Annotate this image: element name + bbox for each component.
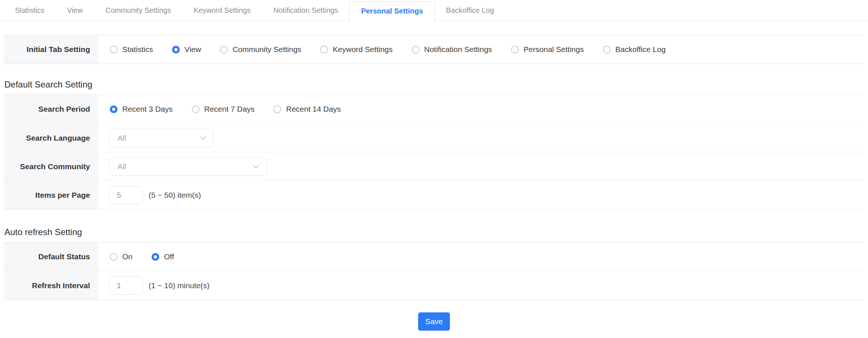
radio-icon[interactable] — [603, 46, 611, 53]
radio-option-recent-7-days[interactable]: Recent 7 Days — [192, 105, 255, 114]
save-button-container: Save — [0, 312, 868, 331]
radio-option-recent-3-days[interactable]: Recent 3 Days — [110, 105, 173, 114]
search-period-row: Search Period Recent 3 Days Recent 7 Day… — [4, 95, 864, 123]
radio-option-keyword-settings[interactable]: Keyword Settings — [320, 45, 392, 54]
items-per-page-row: Items per Page (5 ~ 50) item(s) — [4, 181, 864, 209]
radio-icon-checked[interactable] — [110, 105, 118, 113]
default-status-radio-group: On Off — [110, 252, 174, 261]
radio-option-label: View — [185, 45, 201, 54]
initial-tab-setting-row: Initial Tab Setting Statistics View Comm… — [4, 35, 864, 64]
initial-tab-setting-section: Initial Tab Setting Statistics View Comm… — [4, 35, 864, 64]
radio-icon[interactable] — [412, 46, 420, 53]
tab-view[interactable]: View — [56, 0, 94, 21]
default-search-setting-table: Search Period Recent 3 Days Recent 7 Day… — [4, 94, 864, 209]
tab-personal-settings[interactable]: Personal Settings — [349, 1, 435, 21]
radio-icon-checked[interactable] — [172, 46, 180, 53]
tabbar: Statistics View Community Settings Keywo… — [0, 0, 868, 21]
refresh-interval-input[interactable] — [110, 276, 143, 295]
radio-option-label: Backoffice Log — [615, 45, 666, 54]
radio-option-community-settings[interactable]: Community Settings — [220, 45, 301, 54]
radio-option-label: Recent 7 Days — [204, 105, 255, 114]
radio-option-label: Notification Settings — [424, 45, 492, 54]
radio-icon[interactable] — [192, 105, 200, 113]
radio-option-notification-settings[interactable]: Notification Settings — [412, 45, 492, 54]
radio-option-personal-settings[interactable]: Personal Settings — [511, 45, 584, 54]
initial-tab-radio-group: Statistics View Community Settings Keywo… — [110, 45, 666, 54]
tab-backoffice-log[interactable]: Backoffice Log — [435, 0, 505, 21]
radio-icon[interactable] — [110, 46, 118, 53]
chevron-down-icon — [253, 165, 259, 168]
refresh-interval-label: Refresh Interval — [4, 271, 98, 300]
initial-tab-setting-options: Statistics View Community Settings Keywo… — [98, 35, 864, 64]
items-per-page-suffix: (5 ~ 50) item(s) — [149, 191, 201, 200]
search-language-select[interactable]: All — [110, 129, 214, 147]
save-button[interactable]: Save — [418, 312, 450, 331]
search-language-row: Search Language All — [4, 123, 864, 152]
radio-option-label: Recent 3 Days — [122, 105, 173, 114]
auto-refresh-setting-title: Auto refresh Setting — [4, 227, 868, 237]
search-community-value: All — [118, 162, 126, 171]
radio-option-backoffice-log[interactable]: Backoffice Log — [603, 45, 666, 54]
radio-option-label: Community Settings — [232, 45, 301, 54]
radio-icon[interactable] — [320, 46, 328, 53]
auto-refresh-setting-table: Default Status On Off Refresh Interval (… — [4, 242, 864, 300]
radio-option-statistics[interactable]: Statistics — [110, 45, 153, 54]
radio-icon-checked[interactable] — [152, 253, 159, 261]
tab-keyword-settings[interactable]: Keyword Settings — [182, 0, 262, 21]
refresh-interval-content: (1 ~ 10) minute(s) — [98, 271, 864, 300]
radio-option-label: Off — [164, 252, 174, 261]
radio-option-label: Statistics — [122, 45, 153, 54]
chevron-down-icon — [200, 136, 206, 140]
refresh-interval-suffix: (1 ~ 10) minute(s) — [149, 281, 209, 290]
items-per-page-input[interactable] — [110, 186, 143, 204]
radio-icon[interactable] — [220, 46, 228, 53]
search-language-content: All — [98, 124, 864, 152]
radio-option-recent-14-days[interactable]: Recent 14 Days — [273, 105, 340, 114]
default-status-row: Default Status On Off — [4, 242, 864, 271]
tab-community-settings[interactable]: Community Settings — [94, 0, 182, 21]
radio-option-label: Personal Settings — [524, 45, 584, 54]
search-period-label: Search Period — [4, 95, 98, 123]
radio-option-view[interactable]: View — [172, 45, 201, 54]
default-status-label: Default Status — [4, 242, 98, 271]
search-period-radio-group: Recent 3 Days Recent 7 Days Recent 14 Da… — [110, 105, 341, 114]
search-community-select[interactable]: All — [110, 157, 267, 176]
search-community-content: All — [98, 152, 864, 181]
search-community-label: Search Community — [4, 152, 98, 181]
radio-option-on[interactable]: On — [110, 252, 133, 261]
refresh-interval-row: Refresh Interval (1 ~ 10) minute(s) — [4, 271, 864, 300]
search-period-options: Recent 3 Days Recent 7 Days Recent 14 Da… — [98, 95, 864, 123]
radio-icon[interactable] — [511, 46, 519, 53]
radio-option-label: Recent 14 Days — [286, 105, 340, 114]
radio-option-off[interactable]: Off — [152, 252, 174, 261]
default-search-setting-title: Default Search Setting — [4, 79, 868, 90]
search-language-value: All — [118, 134, 126, 142]
tab-statistics[interactable]: Statistics — [4, 0, 56, 21]
radio-option-label: On — [122, 252, 133, 261]
items-per-page-content: (5 ~ 50) item(s) — [98, 181, 864, 209]
search-community-row: Search Community All — [4, 152, 864, 181]
radio-option-label: Keyword Settings — [333, 45, 392, 54]
radio-icon[interactable] — [110, 253, 118, 261]
items-per-page-label: Items per Page — [4, 181, 98, 209]
search-language-label: Search Language — [4, 124, 98, 152]
default-status-options: On Off — [98, 242, 864, 271]
initial-tab-setting-label: Initial Tab Setting — [4, 35, 98, 64]
tab-notification-settings[interactable]: Notification Settings — [262, 0, 350, 21]
radio-icon[interactable] — [273, 105, 281, 113]
